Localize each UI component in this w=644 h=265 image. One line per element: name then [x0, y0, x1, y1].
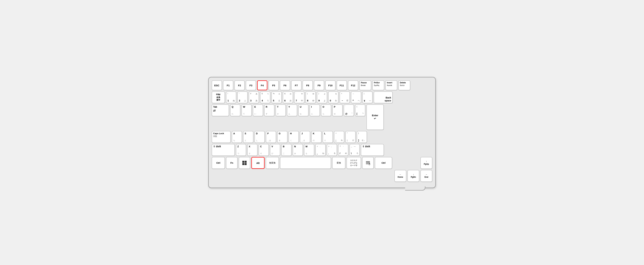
- key-k[interactable]: K の: [311, 131, 322, 143]
- key-f1[interactable]: F1: [223, 80, 233, 90]
- key-c[interactable]: C そ: [258, 144, 269, 156]
- key-alt-left[interactable]: Alt: [252, 157, 264, 169]
- key-slash[interactable]: ? ・ /め: [338, 144, 348, 156]
- svg-rect-5: [366, 162, 370, 163]
- key-capslock[interactable]: Caps Lock 英数: [212, 131, 231, 143]
- key-insert[interactable]: InsertNumIk: [386, 80, 397, 90]
- key-esc[interactable]: ESC: [212, 80, 222, 90]
- bottom-nav-row: ←Home ↓PgDn →End: [394, 170, 432, 182]
- key-i[interactable]: I に: [310, 104, 320, 116]
- key-semicolon[interactable]: + ;れ: [334, 131, 344, 143]
- key-e[interactable]: E い: [253, 104, 263, 116]
- svg-rect-4: [366, 161, 370, 162]
- key-7[interactable]: 'や 7や: [294, 91, 304, 103]
- key-f11[interactable]: F11: [337, 80, 347, 90]
- key-shift-left[interactable]: ⇧ Shift: [212, 144, 235, 156]
- key-n[interactable]: N み: [293, 144, 303, 156]
- key-4[interactable]: $う 4う: [260, 91, 270, 103]
- key-caret[interactable]: ～ ^へ: [351, 91, 361, 103]
- key-f2[interactable]: F2: [234, 80, 245, 90]
- key-o[interactable]: O ら: [321, 104, 331, 116]
- asdf-row: Caps Lock 英数 A ち S と D し F ＿は: [212, 131, 432, 143]
- key-pgdn[interactable]: ↓PgDn: [408, 170, 419, 182]
- key-ctrl-left[interactable]: Ctrl: [212, 157, 225, 169]
- key-comma[interactable]: < 、 ,ね: [316, 144, 326, 156]
- svg-rect-3: [245, 163, 246, 165]
- key-y[interactable]: Y ん: [287, 104, 297, 116]
- key-5[interactable]: %え 5え: [272, 91, 282, 103]
- key-apps[interactable]: [362, 157, 374, 169]
- key-g[interactable]: G き: [277, 131, 288, 143]
- key-end[interactable]: →End: [420, 170, 432, 182]
- key-colon[interactable]: * :け: [346, 131, 356, 143]
- key-q[interactable]: Q た: [230, 104, 240, 116]
- key-f12[interactable]: F12: [348, 80, 358, 90]
- key-prtscr[interactable]: PrtScrSyzRq: [372, 80, 384, 90]
- key-bracket-r[interactable]: } ]む」: [357, 131, 367, 143]
- key-bracket-l[interactable]: { [「°: [355, 104, 365, 116]
- key-fn[interactable]: Fn: [226, 157, 238, 169]
- key-h[interactable]: H く: [288, 131, 299, 143]
- key-f9[interactable]: F9: [314, 80, 324, 90]
- key-p[interactable]: P せ: [332, 104, 342, 116]
- key-space[interactable]: [280, 157, 331, 169]
- key-period[interactable]: > 。 .る: [327, 144, 337, 156]
- key-yen[interactable]: | ¥—: [362, 91, 372, 103]
- key-6[interactable]: &お 6お: [283, 91, 293, 103]
- svg-rect-6: [366, 164, 368, 164]
- key-w[interactable]: W て: [242, 104, 252, 116]
- key-enter[interactable]: Enter ↵: [366, 104, 384, 130]
- key-a[interactable]: A ち: [232, 131, 242, 143]
- key-windows[interactable]: [239, 157, 250, 169]
- nav-cluster: ↑PgUp ←Home ↓PgDn →End: [394, 157, 432, 182]
- key-minus[interactable]: = －ほ: [340, 91, 350, 103]
- key-z[interactable]: Z つ: [236, 144, 246, 156]
- key-pause[interactable]: PauseBreak: [359, 80, 371, 90]
- key-m[interactable]: M も: [304, 144, 314, 156]
- svg-rect-0: [242, 161, 244, 163]
- key-f5[interactable]: F5: [268, 80, 279, 90]
- key-f8[interactable]: F8: [302, 80, 313, 90]
- key-delete[interactable]: DeleteScrLk: [398, 80, 410, 90]
- key-2[interactable]: " 2ふ: [238, 91, 248, 103]
- key-8[interactable]: (ゆ 8ゆ: [306, 91, 316, 103]
- key-ctrl-right[interactable]: Ctrl: [375, 157, 392, 169]
- svg-rect-1: [245, 161, 246, 163]
- key-at[interactable]: ` @": [344, 104, 354, 116]
- key-tab[interactable]: Tab ⇄: [212, 104, 229, 116]
- key-f4[interactable]: F4: [257, 80, 267, 90]
- key-d[interactable]: D し: [254, 131, 265, 143]
- key-9[interactable]: )よ 9よ: [317, 91, 327, 103]
- pgup-row: ↑PgUp: [394, 157, 432, 169]
- key-katakana[interactable]: カタカナ ひらがな ローマ字: [346, 157, 361, 169]
- key-x[interactable]: X さ: [247, 144, 258, 156]
- number-row: 半角/全角漢字 ! 1ぬ " 2ふ #あ 3あ $う 4う: [212, 91, 432, 103]
- key-j[interactable]: J ＿ま: [300, 131, 310, 143]
- key-hankaku[interactable]: 半角/全角漢字: [212, 91, 225, 103]
- key-pgup[interactable]: ↑PgUp: [420, 157, 432, 169]
- key-l[interactable]: L り: [323, 131, 333, 143]
- key-r[interactable]: R す: [264, 104, 274, 116]
- key-f7[interactable]: F7: [291, 80, 302, 90]
- keyboard: ESC F1 F2 F3 F4 F5 F6 F7 F8 F9 F10: [208, 77, 436, 188]
- key-3[interactable]: #あ 3あ: [249, 91, 259, 103]
- key-f3[interactable]: F3: [246, 80, 256, 90]
- key-f6[interactable]: F6: [280, 80, 290, 90]
- key-f[interactable]: F ＿は: [266, 131, 276, 143]
- bottom-row: Ctrl Fn Alt 無変換 変換: [212, 157, 432, 182]
- key-b[interactable]: B こ: [281, 144, 292, 156]
- key-backspace[interactable]: Backspace: [374, 91, 392, 103]
- key-t[interactable]: T か: [276, 104, 286, 116]
- key-u[interactable]: U な: [298, 104, 308, 116]
- key-backslash[interactable]: _ — \ろ: [350, 144, 360, 156]
- key-home[interactable]: ←Home: [394, 170, 406, 182]
- key-s[interactable]: S と: [243, 131, 253, 143]
- key-1[interactable]: ! 1ぬ: [226, 91, 236, 103]
- key-henkan[interactable]: 変換: [332, 157, 346, 169]
- key-f10[interactable]: F10: [325, 80, 336, 90]
- fn-row: ESC F1 F2 F3 F4 F5 F6 F7 F8 F9 F10: [212, 80, 432, 90]
- key-v[interactable]: V ひ: [270, 144, 280, 156]
- key-muhenkan[interactable]: 無変換: [266, 157, 279, 169]
- key-shift-right[interactable]: ⇧ Shift: [361, 144, 384, 156]
- key-0[interactable]: を 0わ: [328, 91, 338, 103]
